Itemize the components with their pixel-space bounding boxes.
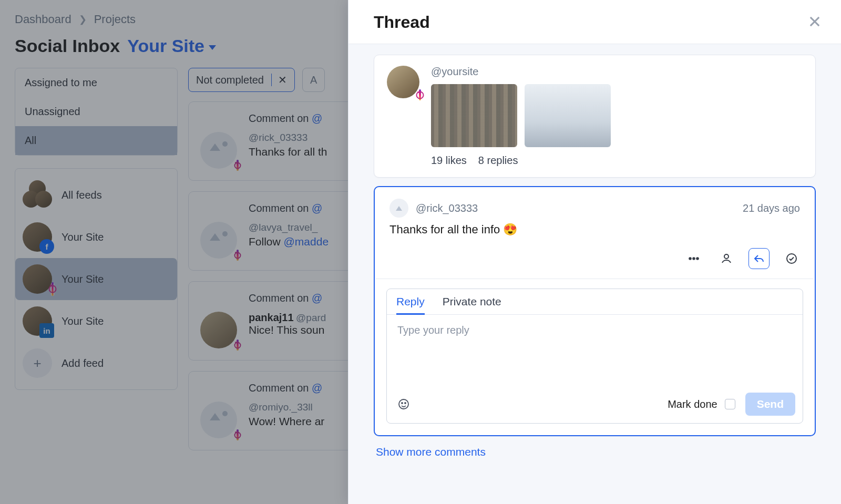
avatar [200,222,237,259]
svg-point-4 [787,254,796,263]
user-handle: @pard [296,312,326,323]
add-feed-label: Add feed [61,357,104,369]
inbox-heading-link: @ [312,292,322,304]
instagram-icon [236,250,239,261]
message-text: Nice! This soun [249,324,326,336]
site-dropdown[interactable]: Your Site [127,36,216,56]
send-button[interactable]: Send [745,393,795,416]
avatar [23,264,52,294]
instagram-icon [236,160,239,171]
plus-icon: + [23,348,52,378]
chip-label: Not completed [196,74,264,86]
inbox-heading-prefix: Comment on [249,292,312,304]
svg-point-7 [405,403,406,404]
feeds-panel: All feeds f Your Site Your Site [15,168,178,390]
post-attachments [431,84,611,147]
filter-all[interactable]: All [15,126,177,155]
reply-button[interactable] [748,248,770,269]
filter-chip-secondary[interactable]: A [302,68,325,92]
assignment-filter-panel: Assigned to me Unassigned All [15,68,178,156]
avatar [200,132,237,169]
instagram-icon [418,90,422,100]
reply-icon [753,252,765,265]
reply-textarea[interactable] [396,323,793,386]
feed-facebook[interactable]: f Your Site [15,216,177,258]
emoji-picker-button[interactable] [394,395,413,414]
avatar [389,199,408,218]
parent-post-card: @yoursite 19 likes 8 replies [374,55,816,178]
page-title: Social Inbox [15,36,120,56]
post-image[interactable] [525,84,611,147]
inbox-heading-prefix: Comment on [249,382,312,394]
message-text: Follow @madde [249,235,329,248]
feed-label: Your Site [61,315,104,327]
filter-assigned-to-me[interactable]: Assigned to me [15,68,177,97]
avatar [387,66,419,98]
mark-done-button[interactable] [781,248,802,269]
selected-comment-card: @rick_03333 21 days ago Thanks for all t… [374,186,816,436]
svg-point-3 [724,254,729,259]
close-icon [807,14,822,29]
tab-private-note[interactable]: Private note [443,295,501,314]
filter-chip-not-completed[interactable]: Not completed ✕ [188,68,295,92]
add-feed-button[interactable]: + Add feed [15,342,177,384]
tab-reply[interactable]: Reply [396,295,425,315]
user-handle: @romiyo._33ll [249,402,324,413]
site-dropdown-label: Your Site [127,36,204,56]
comment-handle[interactable]: @rick_03333 [416,202,478,214]
comment-text: Thanks for all the info 😍 [389,223,800,236]
close-icon[interactable]: ✕ [271,74,287,86]
inbox-heading-prefix: Comment on [249,112,312,124]
replies-count: 8 replies [478,155,518,167]
feed-linkedin[interactable]: in Your Site [15,300,177,342]
avatar-cluster-icon [23,180,52,210]
chevron-right-icon: ❯ [79,14,87,25]
inbox-heading-link: @ [312,382,322,394]
message-text: Wow! Where ar [249,415,324,428]
linkedin-icon: in [39,323,54,338]
more-options-button[interactable] [683,248,704,269]
avatar: in [23,306,52,336]
user-handle: @lavya_travel_ [249,222,329,233]
chip-label: A [310,74,317,86]
mark-done-label: Mark done [668,398,717,410]
svg-point-1 [693,258,695,260]
svg-point-2 [696,258,699,260]
avatar: f [23,222,52,252]
avatar [200,312,237,348]
feed-label: Your Site [61,273,104,285]
svg-point-6 [402,403,403,404]
user-icon [720,252,733,265]
thread-drawer: Thread @yoursite 19 likes 8 [348,0,841,504]
instagram-icon [236,430,239,440]
post-handle[interactable]: @yoursite [431,66,611,78]
dots-horizontal-icon [688,252,700,265]
feed-instagram[interactable]: Your Site [15,258,177,300]
inbox-heading-link: @ [312,112,322,124]
facebook-icon: f [39,239,54,254]
show-more-comments-link[interactable]: Show more comments [374,446,486,458]
user-name: pankaj11 [249,312,294,323]
inbox-heading-link: @ [312,202,322,214]
close-button[interactable] [807,14,822,31]
message-text: Thanks for all th [249,146,327,158]
inbox-heading-prefix: Comment on [249,202,312,214]
mark-done-toggle[interactable]: Mark done [668,397,737,411]
breadcrumb-projects[interactable]: Projects [94,13,136,26]
avatar [200,402,237,438]
check-circle-icon [785,252,798,265]
svg-point-5 [399,399,408,409]
svg-point-0 [689,258,691,260]
drawer-title: Thread [374,13,430,32]
user-handle: @rick_03333 [249,132,327,143]
feed-all[interactable]: All feeds [15,174,177,216]
mark-done-checkbox[interactable] [725,399,735,409]
feed-label: Your Site [61,231,104,243]
instagram-icon [236,340,239,351]
assign-user-button[interactable] [716,248,737,269]
emoji-icon [397,398,410,410]
breadcrumb-dashboard[interactable]: Dashboard [15,13,71,26]
post-image[interactable] [431,84,517,147]
filter-unassigned[interactable]: Unassigned [15,97,177,126]
comment-timestamp: 21 days ago [743,202,800,214]
